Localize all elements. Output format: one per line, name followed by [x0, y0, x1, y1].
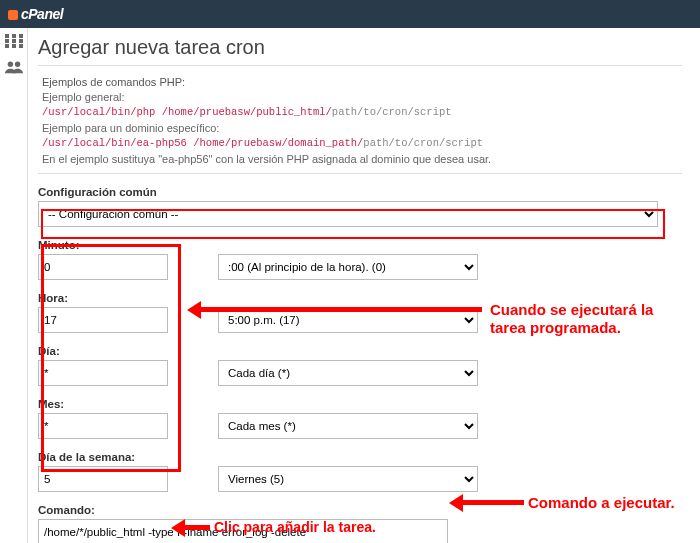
common-label: Configuración común [38, 186, 682, 198]
hour-input[interactable] [38, 307, 168, 333]
dow-preset[interactable]: Viernes (5) [218, 466, 478, 492]
dow-input[interactable] [38, 466, 168, 492]
example-general-label: Ejemplo general: [42, 91, 678, 103]
svg-rect-3 [5, 39, 9, 43]
users-icon[interactable] [5, 60, 23, 74]
common-select[interactable]: -- Configuración común -- [38, 201, 658, 227]
divider [38, 173, 682, 174]
minute-label: Minuto: [38, 239, 682, 251]
main-content: Agregar nueva tarea cron Ejemplos de com… [28, 28, 700, 543]
minute-preset[interactable]: :00 (Al principio de la hora). (0) [218, 254, 478, 280]
example-general-code: /usr/local/bin/php /home/pruebasw/public… [42, 106, 678, 118]
day-input[interactable] [38, 360, 168, 386]
grid-icon[interactable] [5, 34, 23, 48]
svg-rect-5 [19, 39, 23, 43]
top-bar: cPanel [0, 0, 700, 28]
command-input[interactable] [38, 519, 448, 543]
svg-rect-2 [19, 34, 23, 38]
svg-rect-7 [12, 44, 16, 48]
hour-preset[interactable]: 5:00 p.m. (17) [218, 307, 478, 333]
examples-heading: Ejemplos de comandos PHP: [42, 76, 678, 88]
annotation-schedule-text: Cuando se ejecutará la tarea programada. [490, 301, 653, 337]
svg-point-9 [7, 62, 12, 67]
example-domain-label: Ejemplo para un dominio específico: [42, 122, 678, 134]
month-input[interactable] [38, 413, 168, 439]
minute-input[interactable] [38, 254, 168, 280]
day-label: Día: [38, 345, 682, 357]
day-preset[interactable]: Cada día (*) [218, 360, 478, 386]
left-nav [0, 28, 28, 543]
page-title: Agregar nueva tarea cron [38, 36, 682, 59]
svg-rect-4 [12, 39, 16, 43]
example-domain-code: /usr/local/bin/ea-php56 /home/pruebasw/d… [42, 137, 678, 149]
svg-rect-8 [19, 44, 23, 48]
brand-logo: cPanel [8, 6, 63, 22]
month-preset[interactable]: Cada mes (*) [218, 413, 478, 439]
divider [38, 65, 682, 66]
svg-rect-0 [5, 34, 9, 38]
svg-point-10 [14, 62, 19, 67]
command-label: Comando: [38, 504, 682, 516]
svg-rect-1 [12, 34, 16, 38]
examples-hint: En el ejemplo sustituya "ea-php56" con l… [42, 153, 678, 165]
svg-rect-6 [5, 44, 9, 48]
dow-label: Día de la semana: [38, 451, 682, 463]
month-label: Mes: [38, 398, 682, 410]
examples-block: Ejemplos de comandos PHP: Ejemplo genera… [38, 74, 682, 171]
